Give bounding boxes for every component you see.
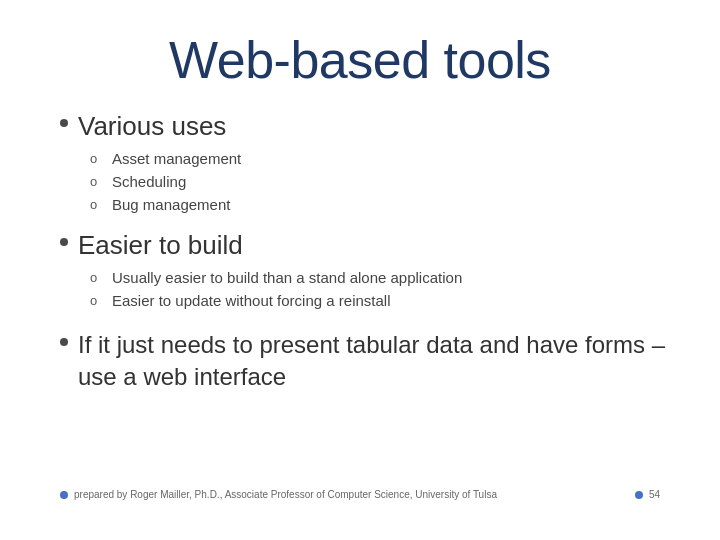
sub-bullet-dot: o: [90, 197, 102, 212]
sub-bullet-dot: o: [90, 270, 102, 285]
sub-bullets-various: o Asset management o Scheduling o Bug ma…: [60, 148, 670, 215]
footer-page-number: 54: [649, 489, 660, 500]
bullet-dot-2: [60, 238, 68, 246]
sub-bullet-text-update: Easier to update without forcing a reins…: [112, 290, 391, 311]
content-area: Various uses o Asset management o Schedu…: [50, 110, 670, 479]
footer-page: 54: [635, 489, 660, 500]
bullet-text-various: Various uses: [78, 110, 226, 144]
sub-bullet-dot: o: [90, 174, 102, 189]
sub-bullet-text-bug: Bug management: [112, 194, 230, 215]
bullet-main-various: Various uses: [60, 110, 670, 144]
footer-dot-left: [60, 491, 68, 499]
bullet-item-various-uses: Various uses o Asset management o Schedu…: [60, 110, 670, 215]
bullet-dot-1: [60, 119, 68, 127]
sub-bullet-text-asset: Asset management: [112, 148, 241, 169]
footer-credit: prepared by Roger Mailler, Ph.D., Associ…: [60, 489, 497, 500]
sub-bullets-easier: o Usually easier to build than a stand a…: [60, 267, 670, 311]
bullet-dot-3: [60, 338, 68, 346]
sub-bullet-item: o Easier to update without forcing a rei…: [90, 290, 670, 311]
sub-bullet-item: o Asset management: [90, 148, 670, 169]
sub-bullet-text-usually: Usually easier to build than a stand alo…: [112, 267, 462, 288]
footer: prepared by Roger Mailler, Ph.D., Associ…: [50, 479, 670, 500]
sub-bullet-text-scheduling: Scheduling: [112, 171, 186, 192]
bullet-item-easier: Easier to build o Usually easier to buil…: [60, 229, 670, 311]
slide-title: Web-based tools: [50, 30, 670, 90]
bullet-text-web-interface: If it just needs to present tabular data…: [78, 329, 670, 394]
sub-bullet-dot: o: [90, 293, 102, 308]
slide: Web-based tools Various uses o Asset man…: [0, 0, 720, 540]
sub-bullet-item: o Bug management: [90, 194, 670, 215]
bullet-main-easier: Easier to build: [60, 229, 670, 263]
footer-credit-text: prepared by Roger Mailler, Ph.D., Associ…: [74, 489, 497, 500]
sub-bullet-dot: o: [90, 151, 102, 166]
bullet-text-easier: Easier to build: [78, 229, 243, 263]
sub-bullet-item: o Usually easier to build than a stand a…: [90, 267, 670, 288]
footer-dot-right: [635, 491, 643, 499]
bullet-item-web-interface: If it just needs to present tabular data…: [60, 329, 670, 394]
sub-bullet-item: o Scheduling: [90, 171, 670, 192]
